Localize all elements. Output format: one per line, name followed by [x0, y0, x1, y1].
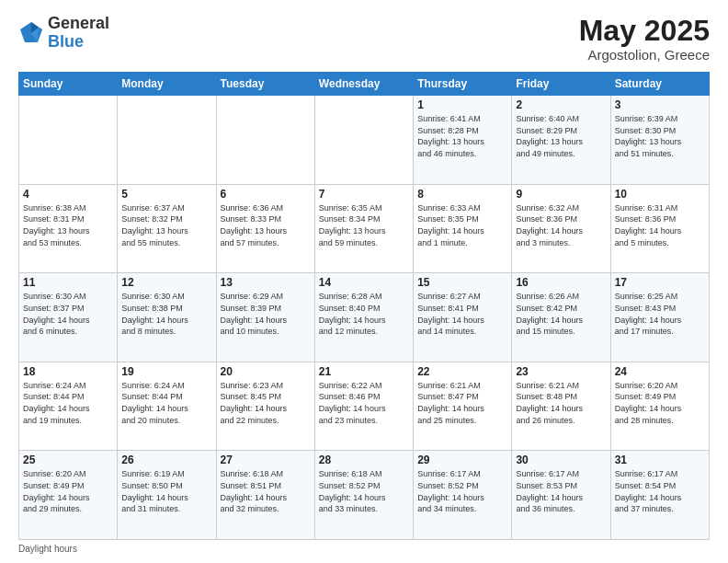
day-info: Sunrise: 6:24 AM Sunset: 8:44 PM Dayligh…: [23, 380, 113, 426]
day-cell: 17Sunrise: 6:25 AM Sunset: 8:43 PM Dayli…: [610, 273, 709, 362]
day-info: Sunrise: 6:27 AM Sunset: 8:41 PM Dayligh…: [417, 291, 507, 337]
day-cell: [216, 96, 314, 185]
day-info: Sunrise: 6:25 AM Sunset: 8:43 PM Dayligh…: [615, 291, 705, 337]
logo-text: General Blue: [48, 15, 109, 52]
day-number: 15: [417, 276, 507, 289]
day-number: 19: [121, 365, 211, 378]
day-cell: 2Sunrise: 6:40 AM Sunset: 8:29 PM Daylig…: [512, 96, 610, 185]
calendar-table: SundayMondayTuesdayWednesdayThursdayFrid…: [18, 72, 710, 540]
day-cell: 9Sunrise: 6:32 AM Sunset: 8:36 PM Daylig…: [512, 184, 610, 273]
day-number: 22: [417, 365, 507, 378]
week-row-4: 18Sunrise: 6:24 AM Sunset: 8:44 PM Dayli…: [19, 362, 710, 451]
day-number: 2: [516, 98, 606, 111]
day-info: Sunrise: 6:22 AM Sunset: 8:46 PM Dayligh…: [319, 380, 409, 426]
weekday-header-tuesday: Tuesday: [216, 73, 314, 96]
day-number: 18: [23, 365, 113, 378]
day-number: 8: [417, 188, 507, 201]
day-info: Sunrise: 6:30 AM Sunset: 8:38 PM Dayligh…: [121, 291, 211, 337]
day-cell: 14Sunrise: 6:28 AM Sunset: 8:40 PM Dayli…: [314, 273, 413, 362]
header: General Blue May 2025 Argostolion, Greec…: [18, 15, 710, 63]
day-cell: 12Sunrise: 6:30 AM Sunset: 8:38 PM Dayli…: [118, 273, 216, 362]
day-number: 30: [516, 454, 606, 466]
week-row-2: 4Sunrise: 6:38 AM Sunset: 8:31 PM Daylig…: [19, 184, 710, 273]
weekday-header-sunday: Sunday: [19, 73, 118, 96]
week-row-3: 11Sunrise: 6:30 AM Sunset: 8:37 PM Dayli…: [19, 273, 710, 362]
day-number: 13: [221, 276, 311, 289]
day-info: Sunrise: 6:19 AM Sunset: 8:50 PM Dayligh…: [121, 468, 211, 514]
day-cell: 30Sunrise: 6:17 AM Sunset: 8:53 PM Dayli…: [512, 451, 610, 540]
day-info: Sunrise: 6:24 AM Sunset: 8:44 PM Dayligh…: [121, 380, 211, 426]
week-row-5: 25Sunrise: 6:20 AM Sunset: 8:49 PM Dayli…: [19, 451, 710, 540]
day-info: Sunrise: 6:32 AM Sunset: 8:36 PM Dayligh…: [516, 202, 606, 248]
weekday-header-monday: Monday: [118, 73, 216, 96]
month-year: May 2025: [579, 15, 710, 47]
day-cell: 19Sunrise: 6:24 AM Sunset: 8:44 PM Dayli…: [118, 362, 216, 451]
footer-note: Daylight hours: [18, 544, 710, 554]
day-cell: 25Sunrise: 6:20 AM Sunset: 8:49 PM Dayli…: [19, 451, 118, 540]
day-cell: 28Sunrise: 6:18 AM Sunset: 8:52 PM Dayli…: [314, 451, 413, 540]
day-number: 29: [417, 454, 507, 466]
day-info: Sunrise: 6:20 AM Sunset: 8:49 PM Dayligh…: [23, 468, 113, 514]
day-cell: 11Sunrise: 6:30 AM Sunset: 8:37 PM Dayli…: [19, 273, 118, 362]
day-info: Sunrise: 6:35 AM Sunset: 8:34 PM Dayligh…: [319, 202, 409, 248]
day-info: Sunrise: 6:20 AM Sunset: 8:49 PM Dayligh…: [615, 380, 705, 426]
day-info: Sunrise: 6:18 AM Sunset: 8:52 PM Dayligh…: [319, 468, 409, 514]
weekday-header-saturday: Saturday: [610, 73, 709, 96]
day-number: 10: [615, 188, 705, 201]
day-cell: [118, 96, 216, 185]
day-cell: 16Sunrise: 6:26 AM Sunset: 8:42 PM Dayli…: [512, 273, 610, 362]
day-cell: 24Sunrise: 6:20 AM Sunset: 8:49 PM Dayli…: [610, 362, 709, 451]
weekday-header-wednesday: Wednesday: [314, 73, 413, 96]
logo-icon: [18, 20, 44, 46]
day-number: 16: [516, 276, 606, 289]
day-number: 17: [615, 276, 705, 289]
logo-blue: Blue: [48, 32, 84, 51]
day-info: Sunrise: 6:17 AM Sunset: 8:54 PM Dayligh…: [615, 468, 705, 514]
logo-general: General: [48, 14, 109, 32]
day-cell: 1Sunrise: 6:41 AM Sunset: 8:28 PM Daylig…: [414, 96, 512, 185]
week-row-1: 1Sunrise: 6:41 AM Sunset: 8:28 PM Daylig…: [19, 96, 710, 185]
day-number: 5: [121, 188, 211, 201]
day-cell: 10Sunrise: 6:31 AM Sunset: 8:36 PM Dayli…: [610, 184, 709, 273]
day-cell: [19, 96, 118, 185]
day-number: 21: [319, 365, 409, 378]
day-cell: 27Sunrise: 6:18 AM Sunset: 8:51 PM Dayli…: [216, 451, 314, 540]
day-number: 14: [319, 276, 409, 289]
day-cell: 5Sunrise: 6:37 AM Sunset: 8:32 PM Daylig…: [118, 184, 216, 273]
day-cell: 21Sunrise: 6:22 AM Sunset: 8:46 PM Dayli…: [314, 362, 413, 451]
day-info: Sunrise: 6:31 AM Sunset: 8:36 PM Dayligh…: [615, 202, 705, 248]
day-cell: 8Sunrise: 6:33 AM Sunset: 8:35 PM Daylig…: [414, 184, 512, 273]
day-info: Sunrise: 6:17 AM Sunset: 8:53 PM Dayligh…: [516, 468, 606, 514]
day-number: 7: [319, 188, 409, 201]
day-cell: 26Sunrise: 6:19 AM Sunset: 8:50 PM Dayli…: [118, 451, 216, 540]
day-cell: 29Sunrise: 6:17 AM Sunset: 8:52 PM Dayli…: [414, 451, 512, 540]
day-number: 11: [23, 276, 113, 289]
day-cell: 13Sunrise: 6:29 AM Sunset: 8:39 PM Dayli…: [216, 273, 314, 362]
day-info: Sunrise: 6:41 AM Sunset: 8:28 PM Dayligh…: [417, 113, 507, 159]
day-info: Sunrise: 6:21 AM Sunset: 8:48 PM Dayligh…: [516, 380, 606, 426]
day-cell: 6Sunrise: 6:36 AM Sunset: 8:33 PM Daylig…: [216, 184, 314, 273]
day-number: 6: [221, 188, 311, 201]
day-number: 24: [615, 365, 705, 378]
day-info: Sunrise: 6:30 AM Sunset: 8:37 PM Dayligh…: [23, 291, 113, 337]
day-cell: 23Sunrise: 6:21 AM Sunset: 8:48 PM Dayli…: [512, 362, 610, 451]
day-cell: 3Sunrise: 6:39 AM Sunset: 8:30 PM Daylig…: [610, 96, 709, 185]
day-info: Sunrise: 6:38 AM Sunset: 8:31 PM Dayligh…: [23, 202, 113, 248]
day-info: Sunrise: 6:26 AM Sunset: 8:42 PM Dayligh…: [516, 291, 606, 337]
day-info: Sunrise: 6:29 AM Sunset: 8:39 PM Dayligh…: [221, 291, 311, 337]
day-number: 4: [23, 188, 113, 201]
day-cell: [314, 96, 413, 185]
day-info: Sunrise: 6:23 AM Sunset: 8:45 PM Dayligh…: [221, 380, 311, 426]
weekday-header-thursday: Thursday: [414, 73, 512, 96]
day-number: 26: [121, 454, 211, 466]
day-info: Sunrise: 6:37 AM Sunset: 8:32 PM Dayligh…: [121, 202, 211, 248]
day-number: 28: [319, 454, 409, 466]
day-cell: 7Sunrise: 6:35 AM Sunset: 8:34 PM Daylig…: [314, 184, 413, 273]
day-cell: 15Sunrise: 6:27 AM Sunset: 8:41 PM Dayli…: [414, 273, 512, 362]
day-number: 3: [615, 98, 705, 111]
day-number: 31: [615, 454, 705, 466]
day-cell: 22Sunrise: 6:21 AM Sunset: 8:47 PM Dayli…: [414, 362, 512, 451]
day-info: Sunrise: 6:39 AM Sunset: 8:30 PM Dayligh…: [615, 113, 705, 159]
day-number: 12: [121, 276, 211, 289]
day-number: 20: [221, 365, 311, 378]
